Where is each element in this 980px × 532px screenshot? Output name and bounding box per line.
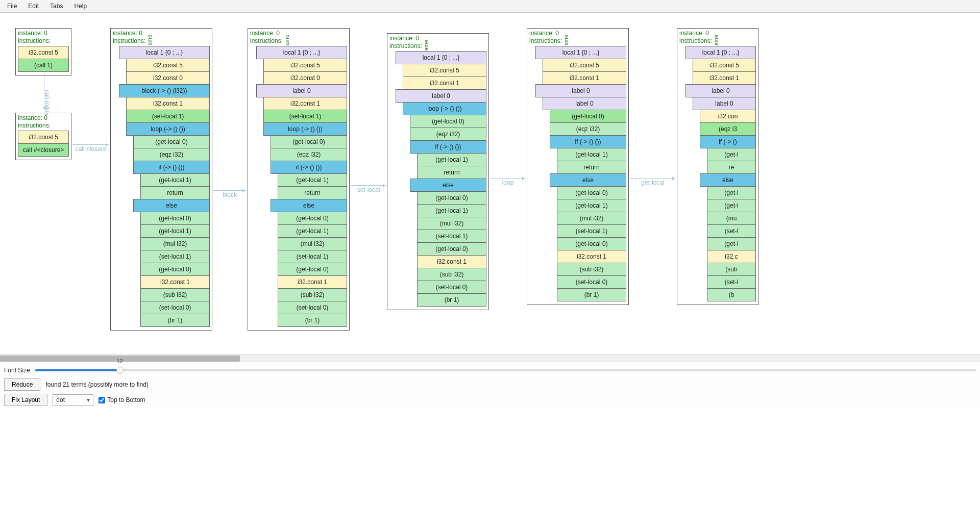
instruction[interactable]: return <box>417 166 486 179</box>
top-to-bottom-checkbox[interactable]: Top to Bottom <box>99 396 145 403</box>
instruction[interactable]: (get-local 0) <box>410 115 486 128</box>
instruction[interactable]: if (-> () ()) <box>133 161 210 174</box>
instruction[interactable]: (get-local 1) <box>140 173 210 187</box>
instruction[interactable]: return <box>557 161 626 174</box>
instruction[interactable]: (eqz i32) <box>271 148 347 161</box>
instruction[interactable]: if (-> () ()) <box>271 161 347 174</box>
layout-engine-select[interactable]: dot <box>53 394 93 406</box>
instruction[interactable]: (get-local 1) <box>557 199 626 212</box>
instruction[interactable]: (get-local 0) <box>557 186 626 199</box>
instruction[interactable]: return <box>278 186 347 199</box>
instruction[interactable]: re <box>707 161 756 174</box>
instruction[interactable]: i32.con <box>700 110 756 123</box>
instruction[interactable]: (br 1) <box>278 314 347 327</box>
instruction[interactable]: i32.c <box>707 250 756 263</box>
top-to-bottom-input[interactable] <box>99 397 105 403</box>
instruction[interactable]: (mul i32) <box>278 237 347 250</box>
instruction[interactable]: if (-> () ()) <box>550 135 626 148</box>
instruction[interactable]: (br 1) <box>417 293 486 307</box>
instruction[interactable]: i32.const 5 <box>693 59 756 72</box>
instruction[interactable]: loop (-> () ()) <box>126 122 210 136</box>
instruction[interactable]: (get-local 1) <box>140 224 210 238</box>
instruction[interactable]: (get-local 0) <box>417 242 486 256</box>
instruction[interactable]: (set-local 1) <box>140 250 210 263</box>
instruction[interactable]: (set-local 0) <box>140 301 210 314</box>
instruction-panel[interactable]: instance: 0 instructions:framelocal 1 {0… <box>248 28 350 331</box>
instruction[interactable]: i32.const 5 <box>263 59 347 72</box>
instruction-panel[interactable]: instance: 0 instructions:framelocal 1 {0… <box>677 28 758 305</box>
instruction[interactable]: (get-local 0) <box>278 212 347 225</box>
instruction[interactable]: (mul i32) <box>140 237 210 250</box>
instruction[interactable]: (set-l <box>707 224 756 238</box>
instruction[interactable]: label 0 <box>396 89 486 103</box>
instruction[interactable]: (eqz i32) <box>133 148 210 161</box>
instruction[interactable]: i32.const 5 <box>403 64 486 77</box>
instruction[interactable]: (sub i32) <box>417 268 486 281</box>
fix-layout-button[interactable]: Fix Layout <box>4 394 47 406</box>
instruction[interactable]: local 1 {0 ; ...} <box>396 51 486 64</box>
instruction[interactable]: (get-local 1) <box>417 204 486 217</box>
instruction[interactable]: if (-> () ()) <box>410 140 486 154</box>
instruction-panel[interactable]: instance: 0 instructions:i32.const 5call… <box>15 113 71 160</box>
instruction[interactable]: i32.const 5 <box>126 59 210 72</box>
instruction[interactable]: i32.const 1 <box>403 77 486 90</box>
graph-viewport[interactable]: instance: 0 instructions:i32.const 5(cal… <box>0 13 980 354</box>
instruction[interactable]: i32.const 1 <box>140 275 210 289</box>
instruction[interactable]: call #<closure> <box>18 143 69 157</box>
instruction[interactable]: (sub i32) <box>557 263 626 276</box>
instruction[interactable]: (get-local 1) <box>417 153 486 166</box>
instruction[interactable]: (set-local 1) <box>557 224 626 238</box>
instruction[interactable]: (eqz i3 <box>700 122 756 136</box>
instruction[interactable]: else <box>410 179 486 192</box>
instruction[interactable]: label 0 <box>685 84 756 97</box>
instruction[interactable]: (get-local 0) <box>140 212 210 225</box>
instruction[interactable]: i32.const 1 <box>126 97 210 110</box>
instruction[interactable]: i32.const 1 <box>543 71 626 85</box>
instruction[interactable]: i32.const 1 <box>417 255 486 268</box>
instruction[interactable]: (sub <box>707 263 756 276</box>
instruction[interactable]: local 1 {0 ; ...} <box>119 46 210 59</box>
instruction[interactable]: else <box>550 173 626 187</box>
instruction[interactable]: (get-local 0) <box>550 110 626 123</box>
menu-tabs[interactable]: Tabs <box>45 1 68 11</box>
instruction[interactable]: (set-local 0) <box>557 275 626 289</box>
instruction[interactable]: (get-local 0) <box>271 135 347 148</box>
menu-help[interactable]: Help <box>69 1 92 11</box>
instruction[interactable]: i32.const 1 <box>557 250 626 263</box>
instruction[interactable]: i32.const 5 <box>18 131 69 144</box>
instruction[interactable]: (mu <box>707 212 756 225</box>
instruction[interactable]: else <box>700 173 756 187</box>
instruction[interactable]: (mul i32) <box>417 217 486 230</box>
instruction[interactable]: (set-local 1) <box>417 230 486 243</box>
instruction[interactable]: (eqz i32) <box>550 122 626 136</box>
reduce-button[interactable]: Reduce <box>4 378 40 391</box>
instruction-panel[interactable]: instance: 0 instructions:framelocal 1 {0… <box>110 28 212 331</box>
instruction[interactable]: (get-local 0) <box>417 191 486 205</box>
instruction[interactable]: local 1 {0 ; ...} <box>535 46 626 59</box>
instruction[interactable]: (set-l <box>707 275 756 289</box>
instruction[interactable]: (get-local 1) <box>278 173 347 187</box>
instruction[interactable]: loop (-> () ()) <box>403 102 486 115</box>
instruction[interactable]: (get-local 0) <box>133 135 210 148</box>
instruction[interactable]: else <box>133 199 210 212</box>
instruction[interactable]: (get-l <box>707 237 756 250</box>
horizontal-scrollbar[interactable] <box>0 354 980 362</box>
instruction[interactable]: label 0 <box>535 84 626 97</box>
instruction[interactable]: (get-local 0) <box>557 237 626 250</box>
instruction[interactable]: i32.const 1 <box>263 97 347 110</box>
instruction[interactable]: label 0 <box>693 97 756 110</box>
instruction[interactable]: (sub i32) <box>278 288 347 301</box>
instruction[interactable]: (set-local 1) <box>263 110 347 123</box>
font-size-slider[interactable]: 12 <box>35 365 976 375</box>
instruction[interactable]: i32.const 0 <box>126 71 210 85</box>
instruction[interactable]: label 0 <box>543 97 626 110</box>
instruction[interactable]: (br 1) <box>140 314 210 327</box>
instruction[interactable]: (get-l <box>707 148 756 161</box>
instruction[interactable]: (get-local 1) <box>557 148 626 161</box>
instruction[interactable]: loop (-> () ()) <box>263 122 347 136</box>
instruction[interactable]: (get-l <box>707 186 756 199</box>
instruction[interactable]: (mul i32) <box>557 212 626 225</box>
instruction[interactable]: (br 1) <box>557 288 626 301</box>
instruction[interactable]: (get-local 1) <box>278 224 347 238</box>
instruction[interactable]: (set-local 0) <box>278 301 347 314</box>
